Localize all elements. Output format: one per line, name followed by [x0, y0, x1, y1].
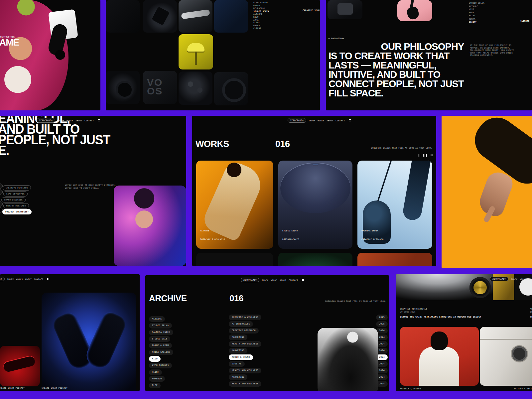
work-card[interactable]: STUDIO SELVA AI INTERFACES 2025	[278, 161, 352, 249]
article-headline[interactable]: BEYOND THE GRID: RETHINKING STRUCTURE IN…	[400, 316, 481, 318]
row-category[interactable]: MARKETING	[229, 334, 247, 340]
article-footer-tag: ARTICLE \ DESIGN	[400, 387, 421, 390]
archive-row[interactable]: STUDIO SELVA AI INTERFACES 2025	[149, 321, 388, 328]
row-category[interactable]: MARKETING	[229, 374, 247, 380]
site-nav-partial: ZEROFRAME® INDEX WORKS ABOUT CONTACT	[0, 277, 49, 281]
site-nav: ZEROFRAME® INDEX WORKS ABOUT CONTACT	[37, 118, 100, 123]
nav-contact[interactable]: CONTACT	[34, 278, 43, 280]
nav-works[interactable]: WORKS	[66, 119, 73, 122]
product-tile-image	[143, 0, 177, 33]
brand-logo[interactable]: ZEROFRAME®	[0, 277, 5, 281]
row-category[interactable]: CREATIVE RESEARCH	[229, 328, 259, 333]
row-category[interactable]: AUDIO & SOUND	[229, 354, 253, 360]
row-category[interactable]: AI INTERFACES	[229, 321, 253, 327]
blue-device-shape	[220, 7, 242, 24]
view-toggle-3col-active[interactable]	[423, 154, 427, 157]
article-date: 29 JUNE 2025	[400, 311, 416, 313]
right-label: CLIMATE	[520, 20, 529, 22]
section-label: PHILOSOPHY	[331, 37, 344, 40]
view-toggle-2col[interactable]	[418, 154, 420, 157]
row-category[interactable]: DIGITAL	[229, 361, 245, 367]
client-item[interactable]: KIVO	[253, 16, 269, 19]
head-shape	[431, 332, 448, 350]
row-category[interactable]: HEALTH AND WELLNESS	[229, 381, 261, 387]
row-category[interactable]: HEALTH AND WELLNESS	[229, 368, 261, 373]
nav-contact[interactable]: CONTACT	[335, 119, 345, 122]
angular-object-shape	[152, 7, 170, 26]
dial-shape	[512, 346, 527, 361]
grid-menu-icon[interactable]	[47, 278, 49, 280]
client-item[interactable]: NØRRA	[253, 24, 269, 27]
grid-menu-icon[interactable]	[302, 279, 304, 281]
archive-row[interactable]: ALTAURE SKINCARE & WELLNESS 2025	[149, 315, 388, 321]
site-nav-partial: ZEROFRAME® INDEX WORKS ABOUT	[490, 277, 532, 281]
nav-works[interactable]: WORKS	[318, 119, 324, 122]
partial-text: AR	[530, 308, 532, 310]
work-card[interactable]: ALTAURE SKINCARE & WELLNESS 2025	[196, 161, 273, 249]
brand-logo[interactable]: ZEROFRAME®	[241, 278, 259, 282]
row-year[interactable]: 2025	[376, 321, 388, 327]
nav-contact[interactable]: CONTACT	[289, 279, 298, 281]
nav-index[interactable]: INDEX	[58, 119, 64, 122]
speaker-tile-image	[214, 72, 248, 105]
panel-hero: NG/TOGETHER AME	[0, 0, 100, 110]
product-tile-image	[106, 71, 140, 104]
row-name[interactable]: FLOE	[149, 383, 161, 388]
article-photo-appliance	[480, 327, 532, 386]
nav-about[interactable]: ABOUT	[25, 278, 32, 280]
client-item-active[interactable]: STUDIO SELVA	[253, 10, 269, 13]
client-item[interactable]: ALTAURE	[253, 13, 269, 16]
client-item[interactable]: KIVO	[469, 8, 484, 11]
nav-works[interactable]: WORKS	[16, 278, 23, 280]
panel-journal: ZEROFRAME® INDEX WORKS ABOUT CREATIVE TE…	[396, 274, 532, 391]
work-card[interactable]: PALMERA INDEX CREATIVE RESEARCH 2024	[357, 161, 432, 249]
partial-text: 05	[530, 311, 532, 313]
nav-index[interactable]: INDEX	[309, 119, 315, 122]
microphone-head-shape	[55, 50, 65, 60]
nav-index[interactable]: INDEX	[262, 279, 268, 281]
grid-menu-icon[interactable]	[349, 119, 351, 121]
nav-works[interactable]: WORKS	[271, 279, 277, 281]
client-item-active[interactable]: CLIENT	[469, 20, 484, 24]
client-item[interactable]: NEURAFORM	[253, 7, 269, 10]
row-category[interactable]: SKINCARE & WELLNESS	[229, 315, 261, 320]
brand-logo[interactable]: ZEROFRAME®	[490, 277, 508, 281]
nav-about[interactable]: ABOUT	[327, 119, 333, 122]
client-item[interactable]: ARRA	[253, 19, 269, 22]
client-item[interactable]: STUDIO SELVA	[469, 1, 484, 5]
row-year[interactable]: 2025	[376, 315, 388, 320]
lamp-tile-image	[179, 34, 213, 69]
statement-line: INTUITIVE, AND BUILT TO	[329, 70, 464, 79]
client-item[interactable]: ALTAURE	[469, 5, 484, 8]
site-nav: ZEROFRAME® INDEX WORKS ABOUT CONTACT	[241, 278, 304, 282]
product-tile-image	[328, 0, 362, 19]
row-category[interactable]: HEALTH AND WELLNESS	[229, 341, 261, 347]
lamp-stem-shape	[195, 52, 197, 65]
brand-logo[interactable]: ZEROFRAME®	[288, 118, 306, 123]
nav-contact[interactable]: CONTACT	[84, 119, 94, 122]
nav-index[interactable]: INDEX	[7, 278, 14, 280]
card-year: 2025	[200, 238, 205, 240]
archive-counter: 016	[229, 293, 243, 304]
brand-logo[interactable]: ZEROFRAME®	[37, 118, 55, 123]
quote-line: WE'RE NOT HERE TO MAKE PRETTY PICTURES.	[65, 184, 116, 187]
grid-menu-icon[interactable]	[98, 119, 100, 121]
panel-podcast: ZEROFRAME® INDEX WORKS ABOUT CONTACT CRE…	[0, 274, 140, 391]
client-item[interactable]: NØRRA	[469, 17, 484, 21]
nav-about[interactable]: ABOUT	[280, 279, 286, 281]
nav-about[interactable]: ABOUT	[529, 278, 532, 280]
nav-index[interactable]: INDEX	[511, 278, 517, 280]
client-item[interactable]: ARRA	[469, 11, 484, 14]
controller-tile-image	[179, 71, 212, 105]
controller-shape	[83, 309, 129, 371]
role-pill-active[interactable]: PROJECT STRATEGIST	[2, 207, 32, 214]
row-category[interactable]: MARKETING	[229, 348, 247, 353]
nav-about[interactable]: ABOUT	[75, 119, 82, 122]
client-item[interactable]: FLINT	[469, 14, 484, 17]
client-item[interactable]: ÉLAN STUDIO	[253, 1, 269, 4]
client-item[interactable]: ORIVO	[253, 4, 269, 7]
view-toggle-grid[interactable]	[431, 154, 433, 156]
nav-works[interactable]: WORKS	[520, 278, 526, 280]
client-item[interactable]: CLIENT	[253, 27, 269, 30]
client-item[interactable]: FLINT	[253, 21, 269, 24]
